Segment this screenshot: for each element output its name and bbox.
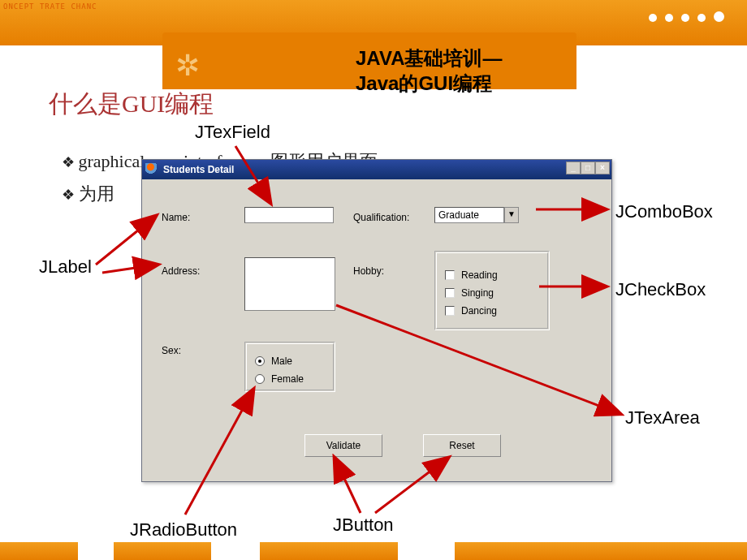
minimize-button[interactable]: _	[566, 162, 581, 174]
name-input[interactable]	[244, 207, 334, 223]
checkbox-singing[interactable]: Singing	[445, 287, 539, 299]
hobby-groupbox: Reading Singing Dancing	[434, 251, 550, 330]
label-sex: Sex:	[162, 345, 181, 356]
java-cup-icon	[145, 163, 158, 176]
sex-groupbox: Male Female	[244, 342, 335, 392]
bottom-accent-seg3	[260, 542, 398, 560]
label-address: Address:	[162, 265, 200, 277]
validate-button[interactable]: Validate	[304, 434, 382, 457]
annot-jcheckbox: JCheckBox	[615, 279, 706, 300]
annot-jcombobox: JComboBox	[615, 201, 713, 222]
window-body: Name: Qualification: Graduate ▼ Address:…	[142, 179, 611, 481]
annot-jradiobutton: JRadioButton	[130, 519, 237, 541]
label-qualification: Qualification:	[353, 212, 409, 223]
combo-value: Graduate	[434, 207, 504, 223]
chevron-down-icon[interactable]: ▼	[504, 207, 519, 223]
bottom-accent-seg2	[114, 542, 211, 560]
label-hobby: Hobby:	[353, 265, 384, 277]
slide-title: 什么是GUI编程	[49, 88, 214, 121]
decor-dots	[649, 11, 724, 22]
flower-icon: ✲	[175, 49, 200, 83]
bottom-accent-seg4	[455, 542, 747, 560]
annot-jtexfield: JTexField	[195, 122, 270, 143]
maximize-button[interactable]: □	[581, 162, 595, 174]
checkbox-reading[interactable]: Reading	[445, 269, 539, 281]
close-button[interactable]: ×	[595, 162, 610, 174]
annot-jlabel: JLabel	[39, 256, 92, 278]
label-name: Name:	[162, 212, 190, 223]
qualification-combo[interactable]: Graduate ▼	[434, 207, 519, 223]
bottom-accent-seg1	[0, 542, 78, 560]
titlebar[interactable]: Students Detail _ □ ×	[142, 160, 611, 179]
window-controls: _ □ ×	[566, 162, 610, 174]
address-textarea[interactable]	[244, 257, 335, 311]
corner-logo: ONCEPT TRATE CHANC	[3, 3, 97, 11]
annot-jbutton: JButton	[333, 515, 394, 536]
swing-window: Students Detail _ □ × Name: Qualificatio…	[141, 159, 612, 482]
window-title: Students Detail	[163, 164, 234, 175]
annot-jtexarea: JTexArea	[625, 407, 700, 429]
page-title: JAVA基础培训— Java的GUI编程	[356, 45, 502, 96]
radio-female[interactable]: Female	[255, 373, 325, 385]
checkbox-dancing[interactable]: Dancing	[445, 305, 539, 317]
header-line1: JAVA基础培训—	[356, 47, 502, 69]
header-line2: Java的GUI编程	[356, 72, 492, 94]
reset-button[interactable]: Reset	[423, 434, 501, 457]
radio-male[interactable]: Male	[255, 355, 325, 367]
